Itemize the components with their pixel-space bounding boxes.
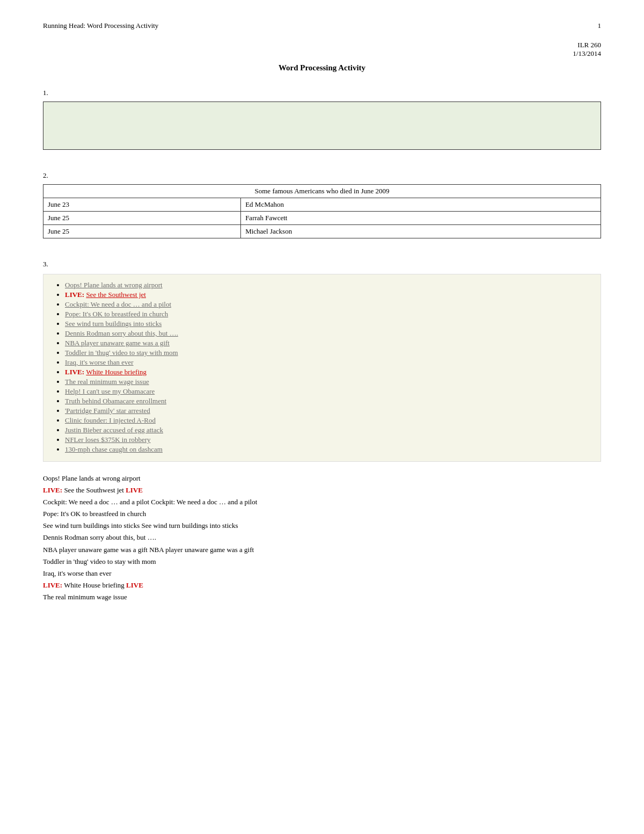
list-item: See wind turn buildings into sticks xyxy=(65,320,590,328)
table-cell-name: Michael Jackson xyxy=(241,225,601,238)
section1-text-box xyxy=(43,101,601,150)
famous-americans-table: Some famous Americans who died in June 2… xyxy=(43,184,601,238)
list-item: LIVE: White House briefing xyxy=(65,368,590,376)
table-cell-date: June 25 xyxy=(43,212,241,225)
list-item: Iraq, it's worse than ever xyxy=(65,358,590,367)
list-item: Truth behind Obamacare enrollment xyxy=(65,397,590,405)
text-output-line: The real minimum wage issue xyxy=(43,591,601,603)
news-link[interactable]: NFLer loses $375K in robbery xyxy=(65,436,151,444)
table-cell-date: June 25 xyxy=(43,225,241,238)
list-item: Cockpit: We need a doc … and a pilot xyxy=(65,300,590,309)
text-output-line: LIVE: See the Southwest jet LIVE xyxy=(43,484,601,496)
text-output-line: Iraq, it's worse than ever xyxy=(43,568,601,579)
news-link-live[interactable]: See the Southwest jet xyxy=(86,291,146,299)
text-output-line: Cockpit: We need a doc … and a pilot Coc… xyxy=(43,496,601,508)
news-link[interactable]: Justin Bieber accused of egg attack xyxy=(65,426,163,434)
course-label: ILR 260 xyxy=(43,41,601,49)
news-link[interactable]: Clinic founder: I injected A-Rod xyxy=(65,416,156,424)
date-label: 1/13/2014 xyxy=(43,49,601,58)
list-item: 130-mph chase caught on dashcam xyxy=(65,445,590,454)
news-link[interactable]: See wind turn buildings into sticks xyxy=(65,320,162,328)
text-output-line: Toddler in 'thug' video to stay with mom xyxy=(43,556,601,568)
list-item: Oops! Plane lands at wrong airport xyxy=(65,281,590,289)
table-cell-date: June 23 xyxy=(43,198,241,212)
running-head: Running Head: Word Processing Activity xyxy=(43,21,158,30)
news-link[interactable]: Oops! Plane lands at wrong airport xyxy=(65,281,163,289)
text-output-line: Pope: It's OK to breastfeed in church xyxy=(43,508,601,520)
news-list: Oops! Plane lands at wrong airportLIVE: … xyxy=(54,281,590,454)
news-link-live[interactable]: White House briefing xyxy=(86,368,147,376)
table-cell-name: Farrah Fawcett xyxy=(241,212,601,225)
text-output-line: Dennis Rodman sorry about this, but …. xyxy=(43,532,601,543)
section2-label: 2. xyxy=(43,171,601,180)
news-link[interactable]: Iraq, it's worse than ever xyxy=(65,358,134,366)
news-link[interactable]: Help! I can't use my Obamacare xyxy=(65,387,155,395)
list-item: NFLer loses $375K in robbery xyxy=(65,436,590,444)
news-link[interactable]: Pope: It's OK to breastfeed in church xyxy=(65,310,168,318)
text-output-line: NBA player unaware game was a gift NBA p… xyxy=(43,544,601,556)
list-item: LIVE: See the Southwest jet xyxy=(65,291,590,299)
top-right-info: ILR 260 1/13/2014 xyxy=(43,41,601,58)
list-item: The real minimum wage issue xyxy=(65,378,590,386)
text-output-line: See wind turn buildings into sticks See … xyxy=(43,520,601,532)
list-item: Pope: It's OK to breastfeed in church xyxy=(65,310,590,318)
section1-label: 1. xyxy=(43,89,601,97)
page-header: Running Head: Word Processing Activity 1 xyxy=(43,21,601,30)
news-link[interactable]: Cockpit: We need a doc … and a pilot xyxy=(65,300,171,308)
table-row: June 25Michael Jackson xyxy=(43,225,601,238)
text-output: Oops! Plane lands at wrong airportLIVE: … xyxy=(43,473,601,603)
table-header: Some famous Americans who died in June 2… xyxy=(43,185,601,198)
news-link[interactable]: Truth behind Obamacare enrollment xyxy=(65,397,166,405)
list-item: Toddler in 'thug' video to stay with mom xyxy=(65,349,590,357)
list-item: Help! I can't use my Obamacare xyxy=(65,387,590,396)
list-item: NBA player unaware game was a gift xyxy=(65,339,590,347)
list-item: 'Partridge Family' star arrested xyxy=(65,407,590,415)
table-row: June 23Ed McMahon xyxy=(43,198,601,212)
page-number: 1 xyxy=(598,21,602,30)
list-item: Dennis Rodman sorry about this, but …. xyxy=(65,329,590,338)
news-link[interactable]: Toddler in 'thug' video to stay with mom xyxy=(65,349,178,357)
news-list-container: Oops! Plane lands at wrong airportLIVE: … xyxy=(43,274,601,462)
news-link[interactable]: 130-mph chase caught on dashcam xyxy=(65,445,163,453)
table-row: June 25Farrah Fawcett xyxy=(43,212,601,225)
table-container: Some famous Americans who died in June 2… xyxy=(43,184,601,238)
news-link[interactable]: Dennis Rodman sorry about this, but …. xyxy=(65,329,178,337)
table-cell-name: Ed McMahon xyxy=(241,198,601,212)
text-output-line: LIVE: White House briefing LIVE xyxy=(43,579,601,591)
list-item: Justin Bieber accused of egg attack xyxy=(65,426,590,434)
section3-label: 3. xyxy=(43,260,601,269)
text-output-line: Oops! Plane lands at wrong airport xyxy=(43,473,601,484)
list-item: Clinic founder: I injected A-Rod xyxy=(65,416,590,425)
news-link[interactable]: NBA player unaware game was a gift xyxy=(65,339,170,347)
news-link[interactable]: 'Partridge Family' star arrested xyxy=(65,407,150,415)
page-title: Word Processing Activity xyxy=(43,63,601,72)
news-link[interactable]: The real minimum wage issue xyxy=(65,378,149,386)
